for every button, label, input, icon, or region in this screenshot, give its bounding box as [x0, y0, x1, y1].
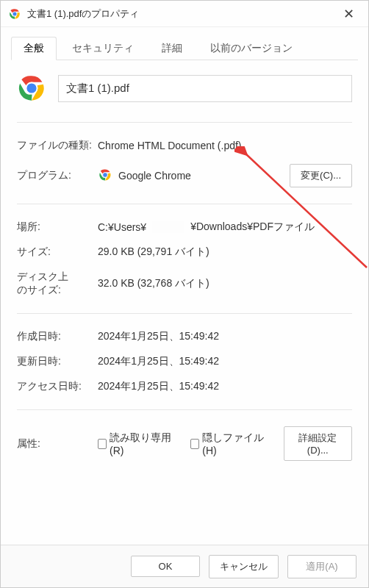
tab-security[interactable]: セキュリティ: [60, 37, 146, 60]
hidden-checkbox[interactable]: 隠しファイル(H): [190, 431, 265, 456]
value-modified: 2024年1月25日、15:49:42: [98, 355, 352, 368]
window-title: 文書1 (1).pdfのプロパティ: [27, 7, 336, 21]
dialog-footer: OK キャンセル 適用(A): [1, 545, 368, 587]
value-location: C:¥Users¥¥Downloads¥PDFファイル: [98, 220, 352, 234]
readonly-label: 読み取り専用(R): [110, 431, 173, 456]
row-program: プログラム: Google Chrome 変更(C)...: [17, 158, 352, 193]
separator: [17, 313, 352, 314]
location-suffix: ¥Downloads¥PDFファイル: [190, 220, 315, 234]
value-created: 2024年1月25日、15:49:42: [98, 330, 352, 343]
row-size: サイズ: 29.0 KB (29,791 バイト): [17, 240, 352, 265]
checkbox-box-icon: [190, 439, 199, 449]
apply-button[interactable]: 適用(A): [287, 555, 357, 578]
titlebar: 文書1 (1).pdfのプロパティ ✕: [1, 1, 368, 27]
row-disksize: ディスク上 のサイズ: 32.0 KB (32,768 バイト): [17, 265, 352, 303]
tab-bar: 全般 セキュリティ 詳細 以前のバージョン: [1, 27, 368, 60]
label-attributes: 属性:: [17, 437, 98, 451]
readonly-checkbox[interactable]: 読み取り専用(R): [98, 431, 173, 456]
file-header: 文書1 (1).pdf: [17, 74, 352, 103]
chrome-icon: [8, 7, 21, 21]
tab-details[interactable]: 詳細: [149, 37, 195, 60]
redacted-username: [152, 221, 184, 233]
tab-general[interactable]: 全般: [11, 37, 57, 60]
cancel-button[interactable]: キャンセル: [209, 555, 279, 578]
row-filetype: ファイルの種類: Chrome HTML Document (.pdf): [17, 133, 352, 158]
value-size: 29.0 KB (29,791 バイト): [98, 245, 352, 259]
tab-previous-versions[interactable]: 以前のバージョン: [198, 37, 305, 60]
properties-panel: 文書1 (1).pdf ファイルの種類: Chrome HTML Documen…: [1, 60, 368, 480]
label-accessed: アクセス日時:: [17, 380, 98, 393]
filename-input[interactable]: 文書1 (1).pdf: [58, 75, 352, 102]
program-icon: [98, 168, 112, 184]
hidden-label: 隠しファイル(H): [202, 431, 265, 456]
label-modified: 更新日時:: [17, 355, 98, 368]
separator: [17, 409, 352, 410]
label-program: プログラム:: [17, 169, 98, 182]
row-attributes: 属性: 読み取り専用(R) 隠しファイル(H) 詳細設定(D)...: [17, 420, 352, 467]
value-filetype: Chrome HTML Document (.pdf): [98, 140, 352, 151]
file-icon: [17, 74, 46, 103]
label-size: サイズ:: [17, 245, 98, 259]
row-location: 場所: C:¥Users¥¥Downloads¥PDFファイル: [17, 215, 352, 240]
ok-button[interactable]: OK: [131, 556, 200, 577]
program-name: Google Chrome: [118, 170, 191, 182]
value-attributes: 読み取り専用(R) 隠しファイル(H) 詳細設定(D)...: [98, 426, 352, 461]
row-created: 作成日時: 2024年1月25日、15:49:42: [17, 324, 352, 349]
label-location: 場所:: [17, 220, 98, 234]
checkbox-box-icon: [98, 439, 107, 449]
value-disksize: 32.0 KB (32,768 バイト): [98, 277, 352, 290]
separator: [17, 122, 352, 123]
close-button[interactable]: ✕: [336, 6, 361, 22]
advanced-button[interactable]: 詳細設定(D)...: [284, 426, 352, 461]
location-prefix: C:¥Users¥: [98, 221, 146, 233]
value-accessed: 2024年1月25日、15:49:42: [98, 380, 352, 393]
row-accessed: アクセス日時: 2024年1月25日、15:49:42: [17, 374, 352, 399]
label-disksize: ディスク上 のサイズ:: [17, 270, 98, 297]
change-button[interactable]: 変更(C)...: [290, 164, 352, 187]
label-created: 作成日時:: [17, 330, 98, 343]
row-modified: 更新日時: 2024年1月25日、15:49:42: [17, 349, 352, 374]
separator: [17, 204, 352, 204]
value-program: Google Chrome 変更(C)...: [98, 164, 352, 187]
label-filetype: ファイルの種類:: [17, 139, 98, 152]
